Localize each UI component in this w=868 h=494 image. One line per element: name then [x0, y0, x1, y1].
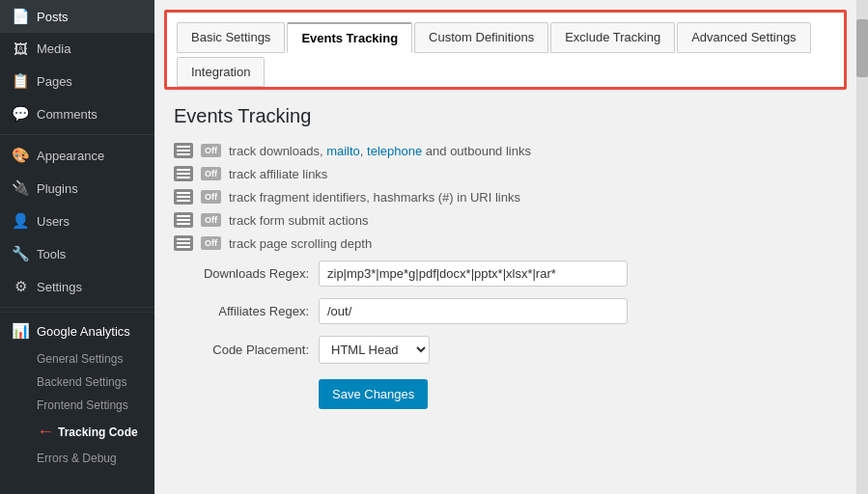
toggle-downloads-icon — [174, 143, 193, 158]
tab-integration[interactable]: Integration — [177, 57, 265, 87]
code-placement-select[interactable]: HTML Head HTML Footer — [319, 336, 430, 364]
toggle-form-state[interactable]: Off — [201, 213, 221, 227]
toggle-row-form: Off track form submit actions — [174, 212, 837, 228]
toggle-fragment-text: track fragment identifiers, hashmarks (#… — [229, 190, 520, 205]
code-placement-label: Code Placement: — [174, 343, 309, 357]
page-content: Events Tracking Off track downloads, mai… — [154, 90, 856, 425]
downloads-regex-input[interactable] — [319, 261, 628, 287]
toggle-scroll-text: track page scrolling depth — [229, 236, 372, 251]
telephone-link[interactable]: telephone — [367, 144, 422, 158]
sidebar-item-users[interactable]: 👤 Users — [0, 205, 154, 237]
pages-icon: 📋 — [12, 72, 29, 90]
tab-basic-settings[interactable]: Basic Settings — [177, 22, 285, 53]
toggle-form-icon — [174, 212, 193, 228]
mailto-link[interactable]: mailto — [326, 144, 360, 158]
sidebar-sub-general-settings[interactable]: General Settings — [0, 347, 154, 370]
toggle-fragment-icon — [174, 189, 193, 205]
tab-exclude-tracking[interactable]: Exclude Tracking — [550, 22, 675, 53]
page-title: Events Tracking — [174, 105, 837, 127]
sidebar-item-media[interactable]: 🖼 Media — [0, 33, 154, 65]
sidebar-sub-tracking-code[interactable]: ← Tracking Code — [0, 417, 154, 447]
toggle-downloads-state[interactable]: Off — [201, 144, 221, 157]
right-scrollbar[interactable] — [856, 0, 868, 494]
toggle-affiliate-state[interactable]: Off — [201, 167, 221, 180]
affiliates-regex-row: Affiliates Regex: — [174, 298, 837, 324]
downloads-regex-row: Downloads Regex: — [174, 261, 837, 287]
tab-advanced-settings[interactable]: Advanced Settings — [677, 22, 810, 53]
sidebar-item-comments[interactable]: 💬 Comments — [0, 97, 154, 130]
sidebar-item-tools[interactable]: 🔧 Tools — [0, 237, 154, 270]
scrollbar-thumb[interactable] — [856, 19, 868, 77]
settings-icon: ⚙ — [12, 278, 29, 295]
sidebar-sub-frontend-settings[interactable]: Frontend Settings — [0, 394, 154, 417]
toggle-row-downloads: Off track downloads, mailto, telephone a… — [174, 143, 837, 158]
toggle-downloads-text: track downloads, mailto, telephone and o… — [229, 144, 531, 158]
comments-icon: 💬 — [12, 105, 29, 123]
affiliates-regex-label: Affiliates Regex: — [174, 304, 309, 318]
toggle-row-affiliate: Off track affiliate links — [174, 166, 837, 181]
posts-icon: 📄 — [12, 8, 29, 25]
sidebar-item-pages[interactable]: 📋 Pages — [0, 65, 154, 97]
toggle-scroll-state[interactable]: Off — [201, 236, 221, 250]
save-button-row: Save Changes — [174, 379, 837, 409]
google-analytics-icon: 📊 — [12, 322, 29, 340]
sidebar-item-plugins[interactable]: 🔌 Plugins — [0, 172, 154, 205]
sidebar: 📄 Posts 🖼 Media 📋 Pages 💬 Comments 🎨 App… — [0, 0, 154, 494]
plugins-icon: 🔌 — [12, 179, 29, 197]
sidebar-item-settings[interactable]: ⚙ Settings — [0, 270, 154, 303]
sidebar-item-google-analytics[interactable]: 📊 Google Analytics — [0, 312, 154, 347]
code-placement-row: Code Placement: HTML Head HTML Footer — [174, 336, 837, 364]
affiliates-regex-input[interactable] — [319, 298, 628, 324]
tracking-code-arrow: ← — [37, 422, 54, 442]
sidebar-item-appearance[interactable]: 🎨 Appearance — [0, 139, 154, 172]
users-icon: 👤 — [12, 212, 29, 230]
toggle-row-fragment: Off track fragment identifiers, hashmark… — [174, 189, 837, 205]
tools-icon: 🔧 — [12, 245, 29, 262]
downloads-regex-label: Downloads Regex: — [174, 266, 309, 281]
toggle-scroll-icon — [174, 235, 193, 251]
tabs-row-1: Basic Settings Events Tracking Custom De… — [177, 22, 834, 53]
toggle-form-text: track form submit actions — [229, 213, 369, 228]
tabs-row-2: Integration — [177, 57, 834, 87]
sidebar-sub-errors-debug[interactable]: Errors & Debug — [0, 447, 154, 470]
sidebar-item-posts[interactable]: 📄 Posts — [0, 0, 154, 33]
tabs-container: Basic Settings Events Tracking Custom De… — [164, 10, 847, 90]
main-content: Basic Settings Events Tracking Custom De… — [154, 0, 856, 494]
appearance-icon: 🎨 — [12, 147, 29, 164]
tab-custom-definitions[interactable]: Custom Definitions — [414, 22, 548, 53]
save-changes-button[interactable]: Save Changes — [319, 379, 428, 409]
toggle-fragment-state[interactable]: Off — [201, 190, 221, 204]
toggle-affiliate-icon — [174, 166, 193, 181]
toggle-row-scroll: Off track page scrolling depth — [174, 235, 837, 251]
media-icon: 🖼 — [12, 41, 29, 57]
toggle-affiliate-text: track affiliate links — [229, 167, 327, 181]
tab-events-tracking[interactable]: Events Tracking — [287, 22, 412, 53]
sidebar-sub-backend-settings[interactable]: Backend Settings — [0, 370, 154, 394]
